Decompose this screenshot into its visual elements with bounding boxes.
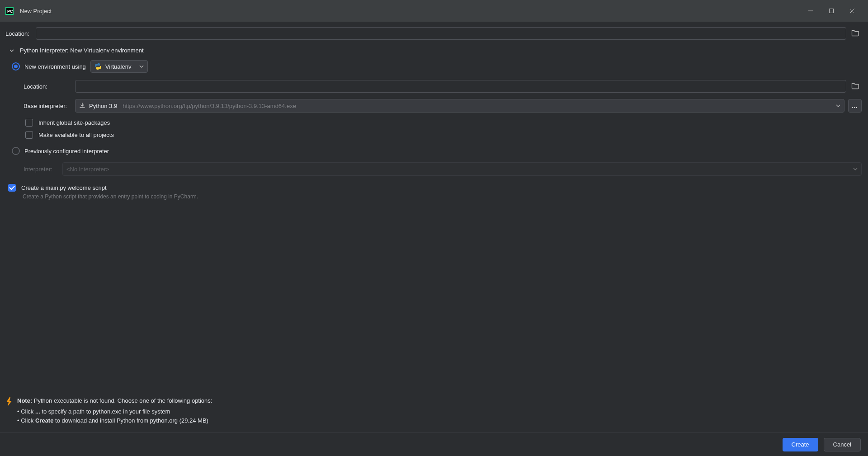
chevron-down-icon — [139, 64, 144, 69]
browse-base-interpreter-button[interactable]: … — [848, 99, 862, 113]
new-env-details: Location: Base interpreter: Python 3.9 h… — [24, 80, 862, 147]
button-bar: Create Cancel — [0, 432, 868, 456]
previous-interpreter-radio[interactable] — [12, 147, 20, 155]
new-environment-label: New environment using — [24, 63, 86, 70]
folder-icon — [851, 29, 859, 38]
base-interpreter-row: Base interpreter: Python 3.9 https://www… — [24, 99, 862, 113]
inherit-packages-row: Inherit global site-packages — [25, 119, 862, 127]
folder-icon — [851, 82, 859, 91]
base-interpreter-select[interactable]: Python 3.9 https://www.python.org/ftp/py… — [75, 99, 844, 113]
interpreter-select: <No interpreter> — [62, 162, 862, 176]
interpreter-select-row: Interpreter: <No interpreter> — [24, 162, 862, 176]
base-interpreter-version: Python 3.9 — [89, 103, 117, 109]
interpreter-select-label: Interpreter: — [24, 166, 62, 173]
previous-interpreter-details: Interpreter: <No interpreter> — [24, 162, 862, 182]
new-environment-radio[interactable] — [12, 62, 20, 71]
location-label: Location: — [5, 30, 29, 37]
make-available-row: Make available to all projects — [25, 131, 862, 139]
minimize-button[interactable] — [800, 0, 821, 22]
chevron-down-icon — [9, 48, 14, 53]
chevron-down-icon — [853, 167, 858, 171]
interpreter-select-value: <No interpreter> — [66, 166, 109, 173]
make-available-label: Make available to all projects — [38, 132, 114, 138]
welcome-script-label: Create a main.py welcome script — [21, 184, 107, 191]
note-heading: Note: — [17, 397, 32, 404]
base-interpreter-url: https://www.python.org/ftp/python/3.9.13… — [123, 103, 832, 109]
svg-text:PC: PC — [7, 9, 13, 14]
maximize-button[interactable] — [821, 0, 842, 22]
note-bullet-1: Click ... to specify a path to python.ex… — [17, 407, 212, 416]
note-text: Note: Python executable is not found. Ch… — [17, 396, 212, 425]
venv-location-input[interactable] — [75, 80, 846, 93]
download-icon — [79, 103, 85, 109]
welcome-script-hint: Create a Python script that provides an … — [23, 193, 862, 200]
note-body: Python executable is not found. Choose o… — [32, 397, 212, 404]
lightning-icon — [5, 397, 13, 406]
welcome-script-block: Create a main.py welcome script Create a… — [8, 184, 862, 200]
create-button[interactable]: Create — [783, 438, 818, 451]
note-block: Note: Python executable is not found. Ch… — [5, 396, 862, 432]
ellipsis-icon: … — [852, 103, 858, 109]
chevron-down-icon — [836, 103, 840, 108]
content: Location: Python Interpreter: New Virtua… — [0, 22, 868, 432]
venv-location-row: Location: — [24, 80, 862, 93]
welcome-script-row: Create a main.py welcome script — [8, 184, 862, 192]
inherit-packages-checkbox[interactable] — [25, 119, 33, 127]
browse-location-button[interactable] — [849, 27, 862, 40]
location-input[interactable] — [36, 27, 846, 40]
previous-interpreter-row: Previously configured interpreter — [12, 147, 862, 155]
interpreter-section-toggle[interactable]: Python Interpreter: New Virtualenv envir… — [9, 47, 862, 54]
interpreter-section-title: Python Interpreter: New Virtualenv envir… — [20, 47, 144, 54]
cancel-button[interactable]: Cancel — [824, 438, 861, 451]
titlebar: PC New Project — [0, 0, 868, 22]
pycharm-icon: PC — [5, 7, 14, 15]
env-type-value: Virtualenv — [105, 63, 132, 70]
window-title: New Project — [20, 8, 52, 14]
browse-venv-location-button[interactable] — [849, 80, 862, 93]
note-bullet-2: Click Create to download and install Pyt… — [17, 416, 212, 425]
close-button[interactable] — [842, 0, 863, 22]
svg-rect-4 — [830, 9, 834, 13]
python-icon — [94, 63, 102, 70]
new-environment-row: New environment using Virtualenv — [12, 60, 862, 73]
base-interpreter-label: Base interpreter: — [24, 103, 75, 109]
welcome-script-checkbox[interactable] — [8, 184, 16, 192]
make-available-checkbox[interactable] — [25, 131, 33, 139]
inherit-packages-label: Inherit global site-packages — [38, 119, 110, 126]
env-type-select[interactable]: Virtualenv — [90, 60, 148, 73]
location-row: Location: — [5, 27, 862, 40]
venv-location-label: Location: — [24, 83, 75, 90]
previous-interpreter-label: Previously configured interpreter — [24, 148, 109, 155]
